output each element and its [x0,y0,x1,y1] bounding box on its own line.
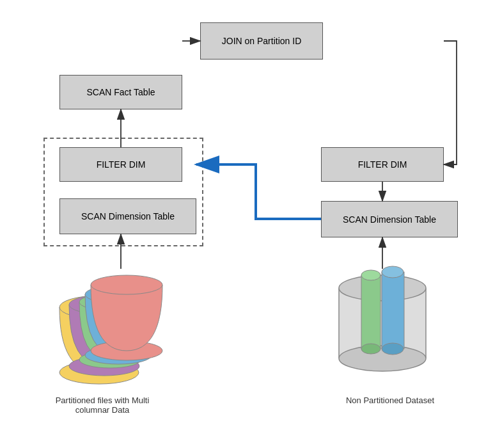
svg-point-8 [59,361,139,384]
svg-point-10 [69,356,139,376]
scan-fact-box: SCAN Fact Table [59,75,182,109]
svg-point-13 [79,294,141,310]
scan-dim-left-label: SCAN Dimension Table [81,211,175,221]
svg-point-14 [85,346,152,364]
filter-dim-right-label: FILTER DIM [358,159,407,170]
svg-point-23 [361,344,380,354]
join-label: JOIN on Partition ID [222,36,302,46]
svg-point-17 [91,275,162,294]
diagram: JOIN on Partition ID SCAN Fact Table FIL… [0,0,486,448]
svg-point-16 [91,341,162,360]
scan-dim-right-label: SCAN Dimension Table [343,214,436,225]
svg-rect-18 [339,288,426,358]
scan-dim-right-box: SCAN Dimension Table [321,201,458,237]
join-box: JOIN on Partition ID [200,22,323,60]
svg-point-12 [79,351,141,368]
svg-point-15 [85,285,152,303]
svg-point-22 [361,270,380,280]
scan-dim-left-box: SCAN Dimension Table [59,198,196,234]
svg-point-11 [69,295,139,314]
svg-point-26 [382,343,404,355]
svg-rect-24 [382,272,404,349]
filter-dim-left-label: FILTER DIM [97,159,146,170]
filter-dim-left-box: FILTER DIM [59,147,182,182]
right-label: Non Partitioned Dataset [320,396,460,405]
left-label: Partitioned files with Multi columnar Da… [32,396,173,415]
filter-dim-right-box: FILTER DIM [321,147,444,182]
svg-point-25 [382,266,404,278]
svg-point-9 [59,296,139,319]
svg-point-20 [339,346,426,371]
svg-point-19 [339,275,426,301]
svg-rect-21 [361,275,380,349]
scan-fact-label: SCAN Fact Table [86,87,155,97]
